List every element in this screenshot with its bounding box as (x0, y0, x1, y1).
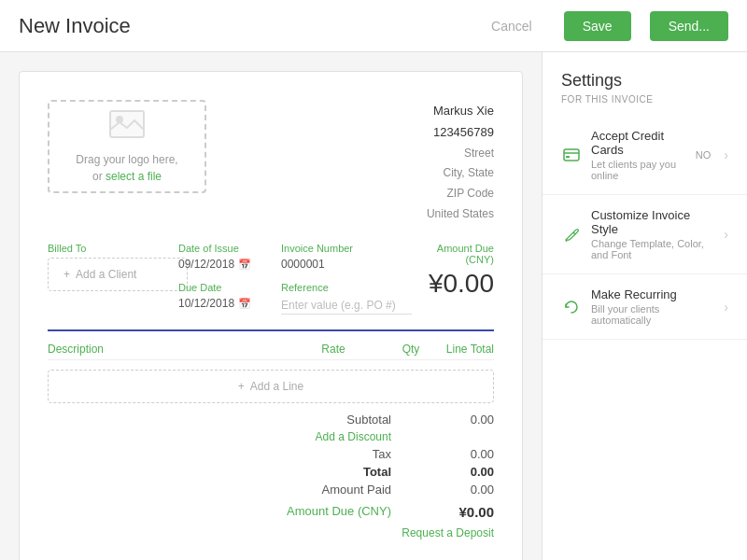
select-file-link[interactable]: select a file (106, 170, 162, 183)
settings-item-make-recurring[interactable]: Make Recurring Bill your clients automat… (543, 274, 747, 340)
totals-section: Subtotal 0.00 Add a Discount Tax 0.00 To… (48, 413, 494, 539)
amount-paid-value: 0.00 (429, 483, 494, 497)
table-divider (48, 329, 494, 331)
invoice-card: Drag your logo here, or select a file Ma… (19, 71, 523, 560)
credit-cards-badge: NO (696, 149, 712, 161)
total-row: Total 0.00 (214, 465, 494, 479)
svg-rect-4 (566, 156, 570, 158)
reference-label: Reference (281, 282, 412, 293)
make-recurring-title: Make Recurring (591, 287, 714, 301)
subtotal-row: Subtotal 0.00 (214, 413, 494, 427)
add-discount-link[interactable]: Add a Discount (214, 430, 391, 443)
amount-due-header-label: Amount Due (CNY) (412, 243, 494, 265)
total-value: 0.00 (429, 465, 494, 479)
col-description-header: Description (48, 343, 271, 356)
discount-row: Add a Discount (214, 430, 494, 443)
company-phone: 123456789 (427, 121, 494, 143)
calendar-icon-issue[interactable]: 📅 (238, 259, 251, 271)
invoice-top: Drag your logo here, or select a file Ma… (48, 100, 494, 224)
page-title: New Invoice (19, 14, 131, 38)
logo-drag-text: Drag your logo here, or select a file (76, 151, 177, 185)
chevron-right-icon-recurring: › (724, 300, 728, 315)
total-label: Total (214, 465, 391, 479)
due-date-value: 10/12/2018 📅 (178, 297, 281, 310)
company-street: Street (427, 144, 494, 164)
cancel-button[interactable]: Cancel (478, 11, 545, 41)
settings-panel: Settings FOR THIS INVOICE Accept Credit … (542, 52, 747, 560)
final-amount-due-label: Amount Due (CNY) (214, 504, 391, 520)
amount-paid-row: Amount Paid 0.00 (214, 483, 494, 497)
logo-drop-zone[interactable]: Drag your logo here, or select a file (48, 100, 206, 193)
add-line-button[interactable]: + Add a Line (48, 370, 494, 403)
subtotal-label: Subtotal (214, 413, 391, 427)
plus-line-icon: + (238, 380, 245, 393)
add-client-button[interactable]: + Add a Client (48, 258, 188, 291)
due-date-label: Due Date (178, 282, 281, 293)
company-name: Markus Xie (427, 100, 494, 121)
dates-section: Date of Issue 09/12/2018 📅 Due Date 10/1… (178, 243, 281, 315)
image-icon (108, 109, 146, 146)
subtotal-value: 0.00 (429, 413, 494, 427)
invoice-number-section: Invoice Number 0000001 Reference (281, 243, 412, 315)
customize-style-title: Customize Invoice Style (591, 208, 714, 236)
invoice-number-value: 0000001 (281, 258, 412, 271)
credit-cards-title: Accept Credit Cards (591, 129, 686, 157)
request-deposit-link[interactable]: Request a Deposit (402, 526, 494, 539)
settings-item-customize-style[interactable]: Customize Invoice Style Change Template,… (543, 195, 747, 274)
settings-item-credit-cards[interactable]: Accept Credit Cards Let clients pay you … (543, 116, 747, 195)
brush-icon (561, 227, 582, 242)
settings-title: Settings (543, 71, 747, 94)
date-of-issue-label: Date of Issue (178, 243, 281, 254)
credit-cards-content: Accept Credit Cards Let clients pay you … (591, 129, 686, 181)
app-header: New Invoice Cancel Save Send... (0, 0, 747, 52)
reference-input[interactable] (281, 297, 412, 315)
invoice-fields-row: Billed To + Add a Client Date of Issue 0… (48, 243, 494, 315)
col-rate-header: Rate (271, 343, 345, 356)
make-recurring-content: Make Recurring Bill your clients automat… (591, 287, 714, 326)
company-city-state: City, State (427, 163, 494, 184)
chevron-right-icon-cc: › (724, 147, 728, 162)
final-amount-due-value: ¥0.00 (429, 504, 494, 520)
amount-due-header-section: Amount Due (CNY) ¥0.00 (412, 243, 494, 315)
credit-cards-desc: Let clients pay you online (591, 159, 686, 181)
tax-label: Tax (214, 447, 391, 461)
make-recurring-desc: Bill your clients automatically (591, 303, 714, 326)
final-amount-due-row: Amount Due (CNY) ¥0.00 (214, 504, 494, 520)
svg-rect-2 (564, 149, 579, 161)
amount-paid-label: Amount Paid (214, 483, 391, 497)
company-info: Markus Xie 123456789 Street City, State … (427, 100, 494, 224)
col-qty-header: Qty (345, 343, 420, 356)
table-header: Description Rate Qty Line Total (48, 339, 494, 360)
invoice-area: Drag your logo here, or select a file Ma… (0, 52, 542, 560)
calendar-icon-due[interactable]: 📅 (238, 298, 251, 310)
tax-value: 0.00 (429, 447, 494, 461)
tax-row: Tax 0.00 (214, 447, 494, 461)
send-button[interactable]: Send... (650, 11, 728, 41)
customize-style-content: Customize Invoice Style Change Template,… (591, 208, 714, 260)
save-button[interactable]: Save (564, 11, 631, 41)
billed-to-section: Billed To + Add a Client (48, 243, 178, 315)
invoice-number-label: Invoice Number (281, 243, 412, 254)
date-of-issue-value: 09/12/2018 📅 (178, 258, 281, 271)
company-zip: ZIP Code (427, 184, 494, 204)
plus-icon: + (63, 268, 70, 281)
col-total-header: Line Total (419, 343, 494, 356)
customize-style-desc: Change Template, Color, and Font (591, 238, 714, 260)
settings-subtitle: FOR THIS INVOICE (543, 94, 747, 116)
amount-due-header-value: ¥0.00 (412, 269, 494, 299)
billed-to-label: Billed To (48, 243, 178, 254)
credit-card-icon (561, 147, 582, 162)
main-layout: Drag your logo here, or select a file Ma… (0, 52, 747, 560)
chevron-right-icon-style: › (724, 227, 728, 242)
deposit-row: Request a Deposit (214, 525, 494, 539)
recurring-icon (561, 300, 582, 315)
company-country: United States (427, 204, 494, 225)
